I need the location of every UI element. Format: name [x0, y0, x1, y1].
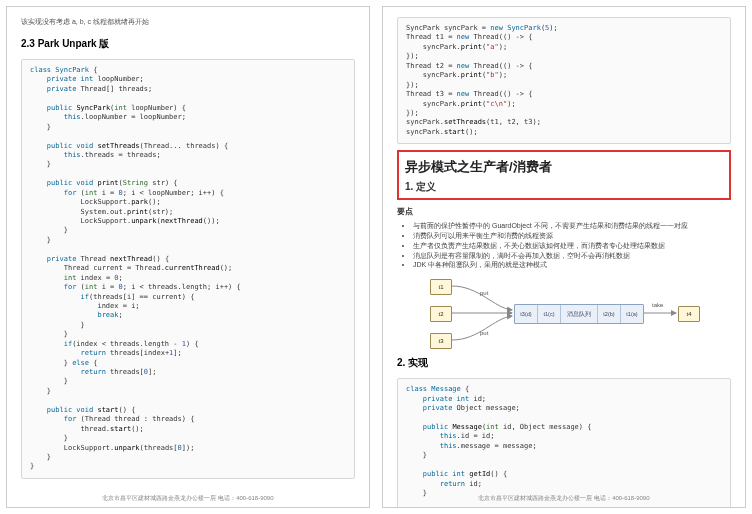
producer-t2: t2	[430, 306, 452, 322]
code-block-message: class Message { private int id; private …	[397, 378, 731, 508]
producer-consumer-diagram: t1 t2 t3 put put t3(d)t1(c)消息队列t2(b)t1(a…	[424, 276, 704, 350]
section-title: 2.3 Park Unpark 版	[21, 37, 355, 51]
points-label: 要点	[397, 206, 731, 217]
queue-cell: t2(b)	[598, 305, 621, 323]
point-item: JDK 中各种阻塞队列，采用的就是这种模式	[413, 260, 731, 270]
put-label-1: put	[480, 290, 488, 296]
page-footer-right: 北京市昌平区建材城西路金燕龙办公楼一层 电话：400-618-9090	[383, 494, 745, 503]
highlight-box: 异步模式之生产者/消费者 1. 定义	[397, 150, 731, 200]
queue-cell: t1(c)	[538, 305, 561, 323]
page-left: 该实现没有考虑 a, b, c 线程都就绪再开始 2.3 Park Unpark…	[6, 6, 370, 508]
producer-t1: t1	[430, 279, 452, 295]
definition-heading: 1. 定义	[405, 180, 723, 194]
queue-label: 消息队列	[561, 305, 598, 323]
consumer-t4: t4	[678, 306, 700, 322]
points-list: 与前面的保护性暂停中的 GuardObject 不同，不需要产生结果和消费结果的…	[397, 221, 731, 270]
queue-cell: t1(a)	[621, 305, 643, 323]
code-block-usage: SyncPark syncPark = new SyncPark(5); Thr…	[397, 17, 731, 144]
point-item: 消息队列是有容量限制的，满时不会再加入数据，空时不会再消耗数据	[413, 251, 731, 261]
put-label-2: put	[480, 330, 488, 336]
producer-t3: t3	[430, 333, 452, 349]
point-item: 消费队列可以用来平衡生产和消费的线程资源	[413, 231, 731, 241]
page-footer-left: 北京市昌平区建材城西路金燕龙办公楼一层 电话：400-618-9090	[7, 494, 369, 503]
page-right: SyncPark syncPark = new SyncPark(5); Thr…	[382, 6, 746, 508]
code-block-syncpark: class SyncPark { private int loopNumber;…	[21, 59, 355, 479]
async-mode-title: 异步模式之生产者/消费者	[405, 158, 723, 176]
impl-heading: 2. 实现	[397, 356, 731, 370]
point-item: 生产者仅负责产生结果数据，不关心数据该如何处理，而消费者专心处理结果数据	[413, 241, 731, 251]
point-item: 与前面的保护性暂停中的 GuardObject 不同，不需要产生结果和消费结果的…	[413, 221, 731, 231]
take-label: take	[652, 302, 663, 308]
message-queue: t3(d)t1(c)消息队列t2(b)t1(a)	[514, 304, 644, 324]
note-text: 该实现没有考虑 a, b, c 线程都就绪再开始	[21, 17, 355, 27]
queue-cell: t3(d)	[515, 305, 538, 323]
